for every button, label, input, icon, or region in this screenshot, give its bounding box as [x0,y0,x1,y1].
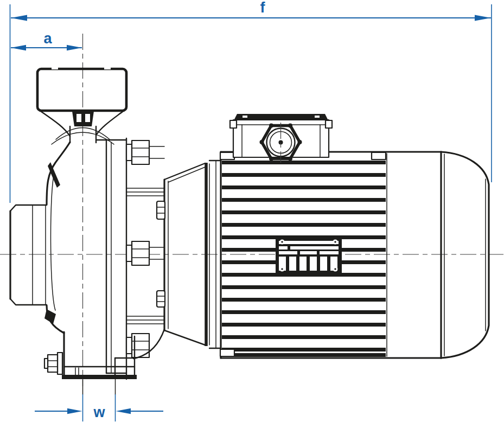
frame-lug [220,349,234,356]
casing-bolts [126,140,164,357]
casing-outline-upper [47,142,70,204]
seal-highlight [85,114,90,122]
arrowhead-right-icon [67,45,82,50]
bolt-tip [44,359,48,368]
volute-casing [44,142,70,333]
terminal-box-lid [234,114,328,120]
end-cap-outline [441,152,489,358]
seal-highlight [76,114,81,122]
motor-nameplate [276,237,342,274]
bracket-bolt [157,201,165,219]
pump-dimension-diagram: f a w [0,0,504,422]
bracket-top-inner [168,167,205,182]
flange-tick [52,67,58,69]
bolt-washer [126,245,132,261]
funnel-right-slant [96,111,123,135]
hex-bolt-head [48,355,58,372]
diagram-canvas: f a w [0,0,504,422]
inlet-pipe [10,205,47,305]
dimension-w: w [35,404,163,420]
hex-bolt-head [132,241,149,265]
casing-inner-wall [50,174,55,310]
inlet-top-edge [10,205,47,211]
casing-cover [96,138,126,379]
seal-housing [72,111,94,126]
dimension-label-w: w [93,404,105,420]
bracket-bolt [157,291,165,307]
lid-tick [243,116,247,118]
terminal-box [230,114,332,163]
lid-tick [315,116,320,118]
pump-unit [10,67,221,394]
bracket-bottom-slant [164,330,205,345]
foot-base-plate [62,375,137,379]
flange-tick [104,67,111,69]
dimension-label-f: f [260,0,266,16]
dimension-a: a [11,30,82,50]
arrowhead-left-icon [11,15,27,21]
bracket-top-slant [164,163,205,180]
motor-unit [220,114,489,358]
arrowhead-left-icon [116,408,131,414]
arrowhead-right-icon [67,408,82,414]
drain-plug [44,309,56,324]
centerlines [0,34,503,386]
inlet-bottom-edge [10,299,47,305]
frame-lug [372,152,386,159]
frame-lug [220,152,234,159]
suction-flange [37,67,126,144]
arrowhead-left-icon [11,45,26,50]
bolt-washer [58,353,62,374]
motor-end-cap [441,152,489,358]
dimension-f: f [11,0,491,21]
bolt-washer [126,144,132,161]
hex-bolt-head [132,140,149,164]
lid-tab [326,120,332,128]
bolt-washer [126,337,132,354]
lid-tab [230,120,237,128]
dimension-label-a: a [43,30,52,47]
arrowhead-right-icon [475,15,491,21]
pump-foot [44,332,137,394]
suction-flange-body [37,69,126,111]
